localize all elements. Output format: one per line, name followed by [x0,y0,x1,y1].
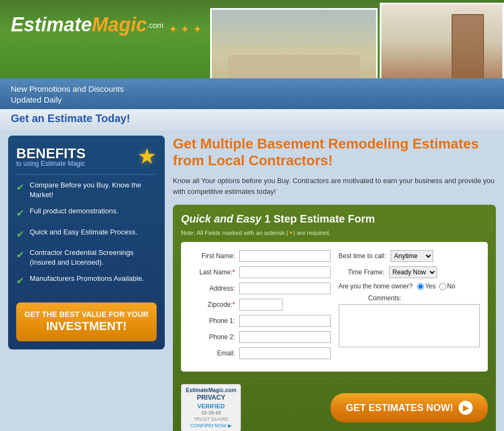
address-label: Address: [189,285,235,292]
trust-guard: TRUST GUARD [186,416,236,423]
best-time-label: Best time to call: [339,252,386,260]
home-owner-yes-label[interactable]: Yes [417,282,436,290]
email-row: Email: [189,347,331,359]
submit-button[interactable]: GET ESTIMATES NOW! ▶ [331,393,488,422]
home-owner-radio-group: Yes No [417,282,455,290]
benefit-item-3: ✔ Quick and Easy Estimate Process. [16,227,157,241]
home-owner-no-label[interactable]: No [439,282,455,290]
trust-confirm: CONFIRM NOW ▶ [186,423,236,429]
form-note: Note: All Fields marked with an asterisk… [181,230,488,237]
phone1-input[interactable] [239,315,331,327]
last-name-input[interactable] [239,266,331,278]
trust-date: 12-15-10 [186,410,236,416]
header: EstimateMagic.com ✦ ✦ ✦ [0,0,504,78]
submit-label: GET ESTIMATES NOW! [346,402,453,414]
benefit-item-5: ✔ Manufacturers Promotions Available. [16,274,157,288]
time-frame-select[interactable]: Ready Now 1-3 Months 3-6 Months [389,266,437,278]
benefit-text-1: Compare Before you Buy. Know the Market! [30,180,157,200]
estimate-form-box: Quick and Easy 1 Step Estimate Form Note… [173,205,496,431]
check-icon-3: ✔ [16,228,24,241]
first-name-input[interactable] [239,250,331,262]
logo-magic: Magic [92,14,147,36]
benefit-text-4: Contractor Credential Screenings (Insure… [30,248,157,267]
benefit-item-1: ✔ Compare Before you Buy. Know the Marke… [16,180,157,200]
page-wrapper: EstimateMagic.com ✦ ✦ ✦ New Promotions a… [0,0,504,431]
home-owner-yes-radio[interactable] [417,283,424,290]
comments-section: Comments: [339,294,480,349]
best-time-row: Best time to call: Anytime Morning After… [339,250,480,262]
check-icon-2: ✔ [16,207,24,220]
check-icon-5: ✔ [16,274,24,288]
cta-line2: INVESTMENT! [22,319,151,333]
last-name-row: Last Name:* [189,266,331,278]
main-content: BENEFITS to using Estimate Magic ★ ✔ Com… [0,130,504,431]
header-images [210,0,504,78]
phone1-label: Phone 1: [189,317,235,325]
first-name-row: First Name: [189,250,331,262]
form-right-column: Best time to call: Anytime Morning After… [339,250,480,363]
form-title-italic: Quick and Easy [181,213,261,225]
logo: EstimateMagic.com ✦ ✦ ✦ [0,0,213,50]
check-icon-1: ✔ [16,181,24,194]
address-input[interactable] [239,282,331,294]
submit-arrow-icon: ▶ [459,401,473,415]
last-name-label: Last Name:* [189,268,235,276]
benefit-text-3: Quick and Easy Estimate Process. [30,227,137,237]
form-title-rest: 1 Step Estimate Form [261,213,375,225]
benefits-divider [16,174,157,175]
zipcode-label: Zipcode:* [189,301,235,308]
main-headline: Get Multiple Basement Remodeling Estimat… [173,136,496,169]
last-name-req: * [232,268,235,276]
phone2-input[interactable] [239,331,331,343]
email-input[interactable] [239,347,331,359]
cta-button[interactable]: GET THE BEST VALUE FOR YOUR INVESTMENT! [16,302,157,341]
benefits-title: BENEFITS [16,145,86,162]
form-title: Quick and Easy 1 Step Estimate Form [181,213,488,225]
promo-line2: Updated Daily [11,95,62,104]
home-owner-label: Are you the home owner? [339,282,413,290]
comments-textarea[interactable] [339,304,480,347]
home-owner-row: Are you the home owner? Yes No [339,282,480,290]
trust-privacy: PRIVACY [186,394,236,402]
phone2-row: Phone 2: [189,331,331,343]
logo-stars-icon: ✦ ✦ ✦ [169,23,202,36]
email-label: Email: [189,349,235,357]
promo-bar: New Promotions and Discounts Updated Dai… [0,78,504,109]
benefits-header: BENEFITS to using Estimate Magic ★ [16,144,157,169]
home-owner-no-text: No [447,282,455,290]
trust-badge: EstimateMagic.com PRIVACY VERIFIED 12-15… [181,384,241,431]
sidebar: BENEFITS to using Estimate Magic ★ ✔ Com… [8,136,165,431]
home-owner-no-radio[interactable] [439,283,446,290]
promo-line1: New Promotions and Discounts [11,84,124,93]
benefits-box: BENEFITS to using Estimate Magic ★ ✔ Com… [8,136,165,349]
estimate-bar: Get an Estimate Today! [0,109,504,130]
benefits-subtitle: to using Estimate Magic [16,160,86,167]
trust-badge-box: EstimateMagic.com PRIVACY VERIFIED 12-15… [181,384,241,431]
estimate-text: Get an Estimate Today! [11,112,130,124]
form-inner: First Name: Last Name:* Address: [181,242,488,372]
main-description: Know all Your options before you Buy. Co… [173,176,496,197]
right-content: Get Multiple Basement Remodeling Estimat… [173,136,496,431]
form-footer: EstimateMagic.com PRIVACY VERIFIED 12-15… [181,378,488,431]
benefit-item-2: ✔ Full product demonstrations. [16,206,157,220]
home-owner-yes-text: Yes [425,282,436,290]
form-left-column: First Name: Last Name:* Address: [189,250,331,363]
logo-com: .com [147,21,163,30]
header-image-door [380,3,504,78]
first-name-label: First Name: [189,252,235,260]
check-icon-4: ✔ [16,248,24,262]
form-columns: First Name: Last Name:* Address: [189,250,480,363]
cta-line1: GET THE BEST VALUE FOR YOUR [22,310,151,319]
benefit-text-5: Manufacturers Promotions Available. [30,274,144,284]
promo-text: New Promotions and Discounts Updated Dai… [11,84,124,105]
header-image-living-room [210,8,378,78]
time-frame-label: Time Frame: [339,268,385,276]
best-time-select[interactable]: Anytime Morning Afternoon Evening [391,250,433,262]
time-frame-row: Time Frame: Ready Now 1-3 Months 3-6 Mon… [339,266,480,278]
trust-badge-logo: EstimateMagic.com [186,387,236,394]
logo-estimate: Estimate [11,14,92,36]
benefit-item-4: ✔ Contractor Credential Screenings (Insu… [16,248,157,267]
zipcode-input[interactable] [239,299,283,311]
comments-label: Comments: [368,294,480,302]
trust-verified: VERIFIED [186,402,236,410]
